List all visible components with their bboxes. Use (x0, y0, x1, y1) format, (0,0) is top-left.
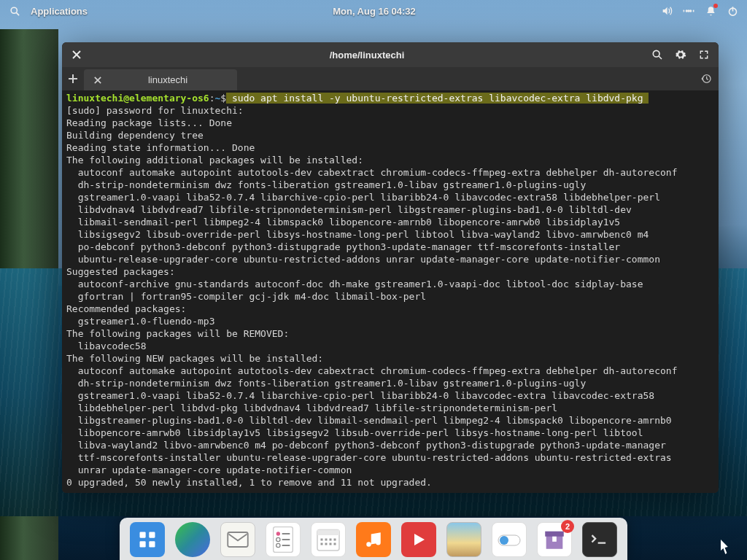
tab-close-icon[interactable] (94, 77, 101, 84)
panel-datetime[interactable]: Mon, Aug 16 04:32 (88, 6, 661, 17)
window-title: /home/linuxtechi (85, 50, 649, 61)
dock-terminal[interactable] (582, 522, 617, 557)
dock-multitasking[interactable] (130, 522, 165, 557)
terminal-output[interactable]: linuxtechi@elementary-os6:~$ sudo apt in… (62, 90, 719, 493)
svg-rect-34 (321, 543, 323, 545)
dock-videos[interactable] (401, 522, 436, 557)
svg-rect-30 (321, 539, 323, 541)
svg-rect-41 (545, 532, 564, 537)
applications-menu[interactable]: Applications (31, 6, 88, 17)
volume-icon[interactable] (661, 5, 673, 17)
tab-bar: linuxtechi (62, 67, 719, 90)
svg-point-22 (276, 532, 280, 535)
gear-icon[interactable] (672, 46, 689, 63)
svg-rect-19 (149, 541, 155, 547)
svg-point-2 (686, 10, 687, 12)
svg-rect-42 (552, 537, 557, 542)
svg-point-3 (688, 10, 689, 12)
notifications-icon[interactable] (705, 5, 716, 17)
prompt-command: sudo apt install -y ubuntu-restricted-ex… (226, 93, 649, 104)
dock: 2 (120, 518, 627, 560)
dock-badge: 2 (561, 520, 574, 533)
dock-tasks[interactable] (266, 522, 301, 557)
terminal-tab[interactable]: linuxtechi (84, 69, 237, 90)
svg-point-9 (653, 50, 659, 57)
svg-line-10 (659, 56, 662, 59)
svg-rect-33 (334, 539, 336, 541)
tab-label: linuxtechi (109, 74, 227, 85)
power-icon[interactable] (727, 5, 738, 17)
dock-switchboard[interactable] (492, 522, 527, 557)
window-titlebar[interactable]: /home/linuxtechi (62, 42, 719, 67)
svg-rect-37 (334, 543, 336, 545)
search-in-terminal-icon[interactable] (649, 46, 666, 63)
svg-point-4 (690, 10, 692, 12)
svg-rect-32 (330, 539, 332, 541)
svg-rect-29 (317, 530, 339, 536)
maximize-icon[interactable] (695, 46, 713, 63)
dock-mail[interactable] (220, 522, 255, 557)
svg-point-0 (11, 7, 17, 13)
terminal-window: /home/linuxtechi linuxtechi linuxtech (62, 42, 719, 493)
dock-web-browser[interactable] (175, 522, 210, 557)
svg-rect-31 (325, 539, 328, 541)
svg-rect-36 (330, 543, 332, 545)
svg-rect-16 (140, 532, 146, 538)
search-icon[interactable] (9, 5, 20, 17)
svg-rect-17 (149, 532, 155, 538)
svg-point-39 (500, 536, 508, 545)
svg-rect-35 (325, 543, 328, 545)
dock-music[interactable] (356, 522, 391, 557)
top-panel: Applications Mon, Aug 16 04:32 (0, 0, 747, 22)
terminal-lines: [sudo] password for linuxtechi: Reading … (66, 105, 677, 488)
svg-line-1 (16, 12, 19, 15)
tab-history-icon[interactable] (694, 67, 719, 90)
dock-appcenter[interactable]: 2 (537, 522, 572, 557)
network-icon[interactable] (683, 5, 694, 17)
svg-rect-18 (140, 541, 146, 547)
dock-calendar[interactable] (311, 522, 346, 557)
dock-photos[interactable] (446, 522, 481, 557)
close-icon[interactable] (68, 46, 85, 63)
new-tab-button[interactable] (62, 67, 84, 90)
prompt-user-host: linuxtechi@elementary-os6 (66, 93, 209, 104)
svg-rect-20 (228, 532, 248, 547)
